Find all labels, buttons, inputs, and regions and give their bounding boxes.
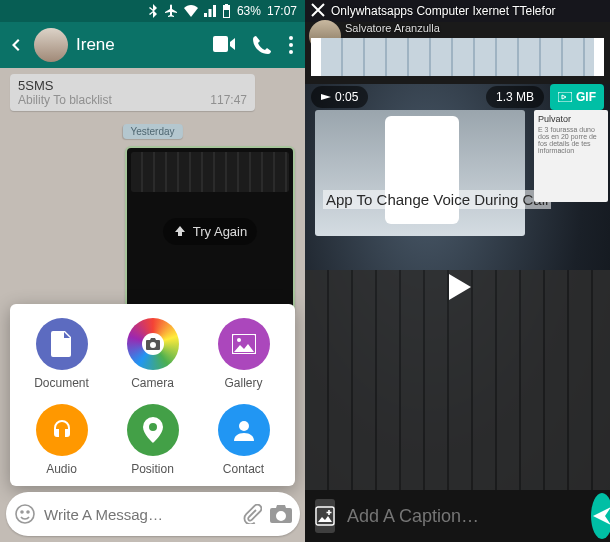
chat-screen: 63% 17:07 Irene 5SMS Ability To blacklis…	[0, 0, 305, 542]
avatar[interactable]	[34, 28, 68, 62]
svg-point-0	[289, 36, 293, 40]
svg-point-5	[239, 421, 249, 431]
bluetooth-icon	[148, 4, 158, 18]
airplane-icon	[164, 4, 178, 18]
emoji-icon[interactable]	[14, 503, 36, 525]
chat-top-bar: Irene	[0, 22, 305, 68]
chat-body: 5SMS Ability To blacklist 117:47 Yesterd…	[0, 68, 305, 542]
preview-side-card: Pulvator E 3 fourassa duno dos en 20 por…	[534, 110, 608, 202]
video-call-icon[interactable]	[213, 36, 235, 54]
duration-value: 0:05	[335, 90, 358, 104]
back-icon[interactable]	[6, 35, 26, 55]
attach-label: Position	[131, 462, 174, 476]
svg-point-4	[237, 338, 241, 342]
camera-icon[interactable]	[270, 505, 292, 523]
attach-label: Contact	[223, 462, 264, 476]
attach-label: Gallery	[224, 376, 262, 390]
attach-label: Document	[34, 376, 89, 390]
battery-percent: 63%	[237, 4, 261, 18]
battery-icon	[222, 4, 231, 18]
svg-point-7	[21, 511, 23, 513]
side-card-title: Pulvator	[538, 114, 604, 124]
svg-point-8	[27, 511, 29, 513]
android-status-bar: 63% 17:07	[0, 0, 305, 22]
editor-breadcrumb: Onlywhatsapps Computer Ixernet TTelefor	[331, 4, 604, 18]
trim-handle-left[interactable]	[311, 38, 321, 76]
trim-handle-right[interactable]	[594, 38, 604, 76]
contact-name[interactable]: Irene	[76, 35, 205, 55]
caption-input[interactable]	[347, 506, 579, 527]
duration-pill: 0:05	[311, 86, 368, 108]
status-time: 17:07	[267, 4, 297, 18]
send-button[interactable]	[591, 493, 610, 539]
signal-icon	[204, 5, 216, 17]
attach-icon[interactable]	[242, 504, 262, 524]
filesize-pill: 1.3 MB	[486, 86, 544, 108]
attach-gallery[interactable]: Gallery	[198, 318, 289, 390]
preview-overlay-text: App To Change Voice During Call	[323, 190, 551, 209]
video-trimmer[interactable]	[311, 38, 604, 76]
trim-filmstrip[interactable]	[321, 38, 594, 76]
play-icon[interactable]	[436, 265, 480, 309]
attach-audio[interactable]: Audio	[16, 404, 107, 476]
svg-point-6	[16, 505, 34, 523]
attach-camera[interactable]: Camera	[107, 318, 198, 390]
svg-rect-10	[316, 507, 334, 525]
editor-subtitle: Salvatore Aranzulla	[345, 22, 440, 34]
preview-content	[315, 110, 525, 236]
voice-call-icon[interactable]	[253, 36, 271, 54]
wifi-icon	[184, 5, 198, 17]
editor-status-bar: Onlywhatsapps Computer Ixernet TTelefor	[305, 0, 610, 22]
caption-bar	[305, 490, 610, 542]
svg-point-1	[289, 43, 293, 47]
attachment-sheet: Document Camera Gallery	[10, 304, 295, 486]
composer-field[interactable]	[6, 492, 300, 536]
gif-toggle-button[interactable]: GIF	[550, 84, 604, 110]
add-media-button[interactable]	[315, 499, 335, 533]
attach-location[interactable]: Position	[107, 404, 198, 476]
attach-contact[interactable]: Contact	[198, 404, 289, 476]
menu-icon[interactable]	[289, 36, 293, 54]
video-preview[interactable]: App To Change Voice During Call Pulvator…	[305, 84, 610, 490]
editor-info-row: 0:05 1.3 MB GIF	[311, 84, 604, 110]
video-editor-screen: App To Change Voice During Call Pulvator…	[305, 0, 610, 542]
attach-document[interactable]: Document	[16, 318, 107, 390]
message-composer	[6, 492, 299, 536]
gif-label: GIF	[576, 90, 596, 104]
attach-label: Audio	[46, 462, 77, 476]
message-input[interactable]	[44, 506, 234, 523]
close-icon[interactable]	[311, 3, 325, 20]
svg-point-2	[289, 50, 293, 54]
attach-label: Camera	[131, 376, 174, 390]
